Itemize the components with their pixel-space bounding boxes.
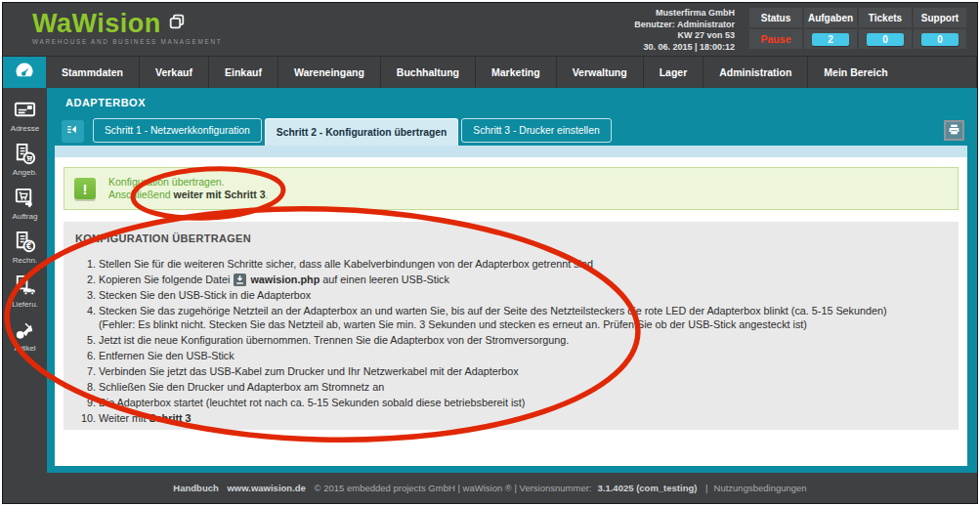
tabs: Schritt 1 - NetzwerkkonfigurationSchritt…	[93, 118, 615, 146]
instructions-title: KONFIGURATION ÜBERTRAGEN	[75, 232, 947, 244]
back-arrow-icon	[65, 122, 80, 141]
tab-bar: Schritt 1 - NetzwerkkonfigurationSchritt…	[55, 115, 967, 146]
sidebar-item-rechn[interactable]: € Rechn.	[13, 230, 37, 265]
nav-item-wareneingang[interactable]: Wareneingang	[278, 57, 381, 88]
instruction-step: Entfernen Sie den USB-Stick	[99, 350, 947, 362]
footer-version: 3.1.4025 (com_testing)	[598, 483, 698, 493]
address-card-icon	[13, 98, 37, 122]
tab-schritt-2-konfiguration-bertragen[interactable]: Schritt 2 - Konfiguration übertragen	[265, 118, 458, 146]
alert-icon: !	[74, 178, 96, 199]
sidebar-item-artikel[interactable]: Artikel	[13, 317, 37, 353]
invoice-euro-icon: €	[13, 230, 37, 254]
collapse-tabs-button[interactable]	[62, 120, 84, 143]
instruction-step: Schließen Sie den Drucker und Adapterbox…	[99, 381, 947, 394]
status-value: Pause	[761, 33, 791, 45]
app-window: WaWision WAREHOUSE AND BUSINESS MANAGEME…	[2, 2, 978, 504]
main-area: Adresse Angeb. Auftrag € Rechn. Lieferu.…	[3, 88, 977, 473]
nav-item-verwaltung[interactable]: Verwaltung	[557, 57, 644, 88]
print-button[interactable]	[944, 120, 964, 141]
next-step-hint: weiter mit Schritt 3	[174, 189, 266, 200]
footer-terms-link[interactable]: Nutzungsbedingungen	[714, 483, 807, 493]
tab-schritt-3-drucker-einstellen[interactable]: Schritt 3 - Drucker einstellen	[461, 118, 611, 143]
download-icon[interactable]	[230, 274, 250, 285]
tab-strip-underline	[55, 146, 967, 157]
instruction-steps: Stellen Sie für die weiteren Schritte si…	[75, 258, 947, 426]
sidebar-item-lieferu[interactable]: Lieferu.	[12, 274, 38, 309]
success-message: ! Konfiguration übertragen. Anschließend…	[64, 167, 959, 210]
count-badge: 0	[921, 33, 959, 46]
delivery-truck-icon	[13, 274, 37, 298]
header-button-aufgaben[interactable]: Aufgaben 2	[804, 8, 857, 49]
nav-item-verkauf[interactable]: Verkauf	[140, 57, 209, 88]
current-user: Benutzer: Administrator	[634, 20, 735, 31]
sidebar-item-angeb[interactable]: Angeb.	[13, 142, 37, 177]
nav-item-mein-bereich[interactable]: Mein Bereich	[808, 57, 977, 88]
instruction-step: Weiter mit Schritt 3	[99, 412, 947, 425]
step-note: (Fehler: Es blinkt nicht. Stecken Sie da…	[99, 318, 947, 331]
offer-document-icon	[13, 142, 37, 166]
footer-copyright: © 2015 embedded projects GmbH | waWision…	[315, 483, 592, 493]
instruction-step: Verbinden Sie jetzt das USB-Kabel zum Dr…	[99, 365, 947, 378]
top-header: WaWision WAREHOUSE AND BUSINESS MANAGEME…	[3, 3, 977, 56]
nav-item-administration[interactable]: Administration	[703, 57, 808, 88]
logo-subtitle: WAREHOUSE AND BUSINESS MANAGEMENT	[32, 38, 222, 45]
svg-text:€: €	[25, 241, 32, 251]
tab-content: ! Konfiguration übertragen. Anschließend…	[55, 157, 967, 466]
count-badge: 0	[867, 33, 904, 46]
nav-items: StammdatenVerkaufEinkaufWareneingangBuch…	[46, 57, 977, 88]
success-message-text: Konfiguration übertragen. Anschließend w…	[108, 176, 268, 202]
header-button-status[interactable]: Status Pause	[749, 8, 802, 49]
instruction-step: Stellen Sie für die weiteren Schritte si…	[99, 258, 947, 271]
footer-divider: |	[705, 483, 707, 493]
instruction-step: Stecken Sie den USB-Stick in die Adapter…	[99, 289, 947, 302]
nav-item-marketing[interactable]: Marketing	[476, 57, 557, 88]
nav-item-stammdaten[interactable]: Stammdaten	[46, 57, 140, 88]
session-info: Musterfirma GmbH Benutzer: Administrator…	[634, 8, 735, 53]
order-cart-icon	[13, 186, 37, 210]
calendar-week: KW 27 von 53	[634, 30, 735, 42]
logo-title: WaWision	[32, 10, 161, 37]
sidebar: Adresse Angeb. Auftrag € Rechn. Lieferu.…	[3, 88, 47, 473]
tab-schritt-1-netzwerkkonfiguration[interactable]: Schritt 1 - Netzwerkkonfiguration	[93, 118, 262, 143]
instruction-step: Kopieren Sie folgende Dateiwawision.php …	[99, 274, 947, 286]
instructions-panel: KONFIGURATION ÜBERTRAGEN Stellen Sie für…	[64, 222, 959, 430]
date-time: 30. 06. 2015 | 18:00:12	[634, 42, 735, 54]
content-frame: ADAPTERBOX Schritt 1 - Netzwerkkonfigura…	[47, 88, 977, 473]
header-buttons: Status Pause Aufgaben 2 Tickets 0 Suppor…	[749, 8, 966, 49]
header-button-support[interactable]: Support 0	[914, 8, 966, 49]
nav-item-buchhaltung[interactable]: Buchhaltung	[381, 57, 476, 88]
nav-item-einkauf[interactable]: Einkauf	[209, 57, 278, 88]
copy-icon	[168, 13, 186, 34]
header-button-tickets[interactable]: Tickets 0	[859, 8, 912, 49]
instruction-step: Jetzt ist die neue Konfiguration übernom…	[99, 334, 947, 347]
company-name: Musterfirma GmbH	[634, 8, 735, 20]
footer: Handbuch www.wawision.de © 2015 embedded…	[3, 473, 977, 503]
sidebar-item-adresse[interactable]: Adresse	[11, 98, 39, 133]
footer-website-link[interactable]: www.wawision.de	[227, 483, 305, 493]
instruction-step: Stecken Sie das zugehörige Netzteil an d…	[99, 305, 947, 332]
instruction-step: Die Adapterbox startet (leuchtet rot nac…	[99, 397, 947, 409]
nav-item-lager[interactable]: Lager	[644, 57, 704, 88]
printer-icon	[948, 122, 960, 140]
main-nav: StammdatenVerkaufEinkaufWareneingangBuch…	[3, 56, 977, 88]
page-title: ADAPTERBOX	[55, 88, 967, 115]
count-badge: 2	[812, 33, 849, 46]
footer-manual-link[interactable]: Handbuch	[173, 483, 218, 493]
logo[interactable]: WaWision WAREHOUSE AND BUSINESS MANAGEME…	[32, 10, 222, 45]
sidebar-item-auftrag[interactable]: Auftrag	[13, 186, 38, 221]
article-pin-icon	[13, 317, 37, 342]
home-button[interactable]	[3, 57, 46, 88]
gauge-icon	[13, 59, 36, 86]
